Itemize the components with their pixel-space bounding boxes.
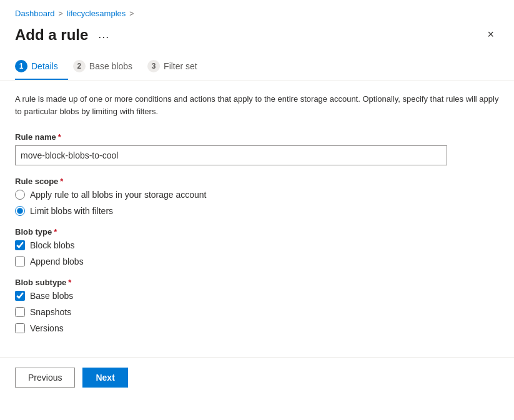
tabs-container: 1 Details 2 Base blobs 3 Filter set [0, 54, 514, 81]
rule-name-label: Rule name * [15, 132, 499, 142]
tab-filter-set[interactable]: 3 Filter set [147, 54, 207, 80]
blob-type-required: * [54, 227, 57, 237]
breadcrumb: Dashboard > lifecyclesamples > [0, 0, 514, 23]
blob-subtype-snapshots[interactable]: Snapshots [15, 307, 499, 317]
page-header: Add a rule ... × [0, 23, 514, 54]
blob-type-checkbox-group: Block blobs Append blobs [15, 240, 499, 266]
blob-type-field: Blob type * Block blobs Append blobs [15, 227, 499, 266]
scope-option-all-label: Apply rule to all blobs in your storage … [30, 190, 207, 200]
tab-details-number: 1 [15, 60, 27, 72]
breadcrumb-sep-2: > [129, 9, 134, 18]
tab-details-label: Details [31, 61, 58, 71]
blob-type-label: Blob type * [15, 227, 499, 237]
previous-button[interactable]: Previous [15, 368, 75, 388]
breadcrumb-sep-1: > [59, 9, 63, 18]
scope-radio-all[interactable] [15, 190, 25, 200]
ellipsis-button[interactable]: ... [94, 27, 113, 42]
blob-type-block-blobs[interactable]: Block blobs [15, 240, 499, 250]
tab-base-blobs-number: 2 [73, 60, 86, 72]
blob-subtype-field: Blob subtype * Base blobs Snapshots Vers… [15, 278, 499, 333]
blob-type-append-blobs-label: Append blobs [30, 256, 84, 266]
tab-details[interactable]: 1 Details [15, 54, 68, 80]
rule-name-field: Rule name * [15, 132, 499, 165]
checkbox-append-blobs[interactable] [15, 256, 25, 266]
breadcrumb-lifecyclesamples[interactable]: lifecyclesamples [67, 9, 126, 18]
blob-subtype-base-blobs-label: Base blobs [30, 291, 73, 301]
page-title-row: Add a rule ... [15, 26, 113, 44]
scope-option-limit[interactable]: Limit blobs with filters [15, 206, 499, 216]
description-text: A rule is made up of one or more conditi… [15, 93, 499, 117]
blob-subtype-versions[interactable]: Versions [15, 323, 499, 333]
close-button[interactable]: × [482, 26, 499, 44]
content-area: A rule is made up of one or more conditi… [0, 81, 514, 357]
scope-option-limit-label: Limit blobs with filters [30, 206, 113, 216]
rule-name-required: * [58, 132, 61, 142]
scope-radio-limit[interactable] [15, 206, 25, 216]
blob-subtype-required: * [68, 278, 71, 287]
footer: Previous Next [0, 358, 514, 398]
rule-scope-radio-group: Apply rule to all blobs in your storage … [15, 190, 499, 216]
blob-subtype-base-blobs[interactable]: Base blobs [15, 291, 499, 301]
blob-subtype-versions-label: Versions [30, 323, 64, 333]
breadcrumb-dashboard[interactable]: Dashboard [15, 9, 55, 18]
checkbox-base-blobs[interactable] [15, 291, 25, 301]
rule-scope-label: Rule scope * [15, 177, 499, 186]
blob-subtype-snapshots-label: Snapshots [30, 307, 71, 317]
tab-base-blobs[interactable]: 2 Base blobs [73, 54, 142, 80]
next-button[interactable]: Next [82, 368, 127, 388]
checkbox-versions[interactable] [15, 323, 25, 333]
rule-scope-field: Rule scope * Apply rule to all blobs in … [15, 177, 499, 216]
tab-filter-set-label: Filter set [164, 61, 197, 71]
rule-name-input[interactable] [15, 145, 447, 165]
tab-filter-set-number: 3 [147, 60, 160, 72]
page-title: Add a rule [15, 26, 88, 44]
rule-scope-required: * [60, 177, 63, 186]
checkbox-snapshots[interactable] [15, 307, 25, 317]
tab-base-blobs-label: Base blobs [89, 61, 132, 71]
checkbox-block-blobs[interactable] [15, 240, 25, 250]
blob-type-append-blobs[interactable]: Append blobs [15, 256, 499, 266]
scope-option-all[interactable]: Apply rule to all blobs in your storage … [15, 190, 499, 200]
blob-subtype-label: Blob subtype * [15, 278, 499, 287]
blob-type-block-blobs-label: Block blobs [30, 240, 75, 250]
blob-subtype-checkbox-group: Base blobs Snapshots Versions [15, 291, 499, 333]
